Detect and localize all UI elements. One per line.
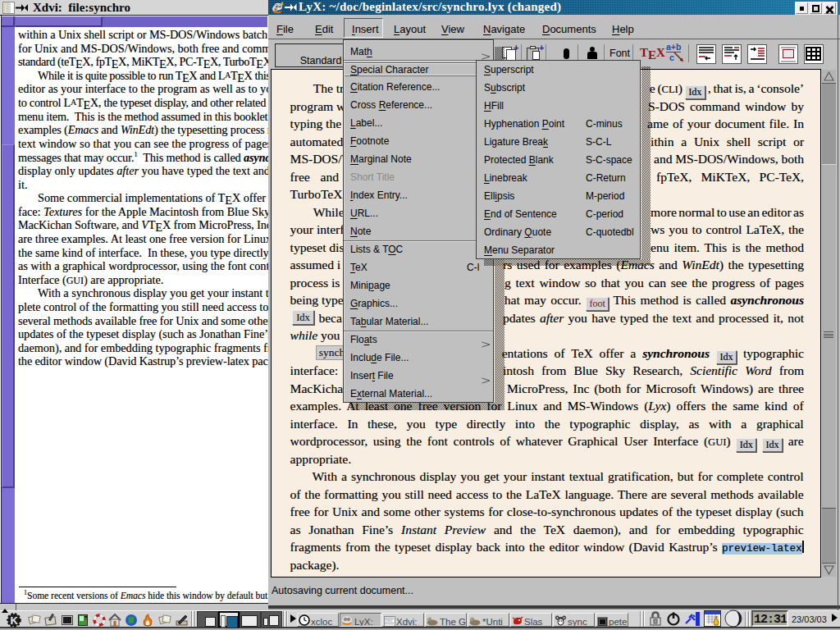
svg-text:K: K bbox=[11, 614, 19, 627]
